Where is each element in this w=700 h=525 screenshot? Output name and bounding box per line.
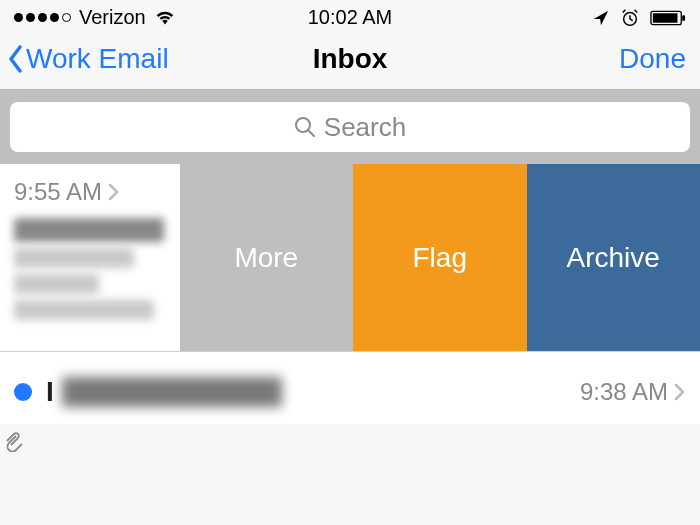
archive-button[interactable]: Archive — [527, 164, 700, 351]
more-button[interactable]: More — [180, 164, 353, 351]
status-bar: Verizon 10:02 AM — [0, 0, 700, 33]
clock-label: 10:02 AM — [308, 6, 393, 29]
flag-button[interactable]: Flag — [353, 164, 526, 351]
alarm-icon — [620, 8, 640, 28]
mail-list: 9:55 AM More Flag Archive I 9:38 AM — [0, 164, 700, 424]
mail-time: 9:55 AM — [14, 178, 102, 206]
signal-strength-icon — [14, 13, 71, 22]
search-bar-container: Search — [0, 90, 700, 164]
battery-icon — [650, 10, 686, 26]
svg-rect-2 — [653, 13, 678, 22]
page-title: Inbox — [313, 43, 388, 75]
status-right — [592, 8, 686, 28]
unread-indicator-icon — [14, 383, 32, 401]
attachment-icon — [2, 430, 24, 452]
search-input[interactable]: Search — [10, 102, 690, 152]
search-icon — [294, 116, 316, 138]
chevron-right-icon — [108, 183, 120, 201]
carrier-label: Verizon — [79, 6, 146, 29]
chevron-right-icon — [674, 383, 686, 401]
back-label: Work Email — [26, 43, 169, 75]
done-button[interactable]: Done — [619, 43, 686, 75]
mail-sender-redacted: I — [46, 376, 580, 408]
chevron-left-icon — [6, 45, 26, 73]
mail-row[interactable]: I 9:38 AM — [0, 352, 700, 424]
search-placeholder: Search — [324, 112, 406, 143]
mail-preview-redacted — [14, 218, 172, 320]
mail-row-swiped[interactable]: 9:55 AM More Flag Archive — [0, 164, 700, 352]
status-left: Verizon — [14, 6, 176, 29]
mail-time: 9:38 AM — [580, 378, 668, 406]
location-icon — [592, 9, 610, 27]
back-button[interactable]: Work Email — [6, 43, 169, 75]
svg-rect-3 — [682, 15, 685, 21]
mail-row-content: 9:55 AM — [0, 164, 180, 351]
wifi-icon — [154, 9, 176, 27]
nav-bar: Work Email Inbox Done — [0, 33, 700, 90]
